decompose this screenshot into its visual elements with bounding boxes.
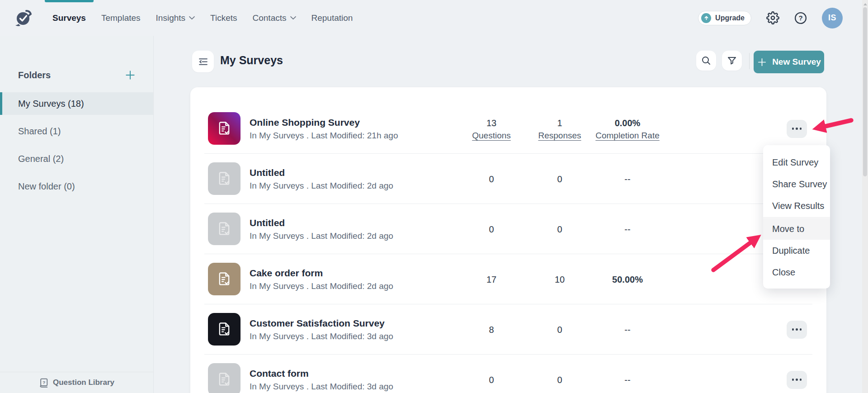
survey-row[interactable]: Contact form In My Surveys . Last Modifi… <box>190 355 826 393</box>
sidebar-item-my-surveys-18[interactable]: My Surveys (18) <box>0 92 153 115</box>
survey-title[interactable]: Cake order form <box>250 267 393 279</box>
survey-text: Contact form In My Surveys . Last Modifi… <box>250 367 393 393</box>
sidebar-item-shared-1[interactable]: Shared (1) <box>0 120 153 142</box>
questions-count: 0 <box>489 374 494 386</box>
menu-item-move-to[interactable]: Move to <box>763 218 830 240</box>
questions-label[interactable]: Questions <box>472 131 511 141</box>
folder-item-label: Shared (1) <box>18 126 61 137</box>
settings-gear-icon[interactable] <box>766 11 779 24</box>
survey-row[interactable]: Online Shopping Survey In My Surveys . L… <box>190 104 826 154</box>
completion-stat: 0.00% Completion Rate <box>591 104 664 154</box>
questions-stat: 0 <box>455 204 528 254</box>
responses-stat: 0 <box>524 304 596 355</box>
completion-rate: 50.00% <box>612 274 643 285</box>
menu-item-share-survey[interactable]: Share Survey <box>763 173 830 195</box>
completion-stat: -- <box>591 154 664 204</box>
nav-item-surveys[interactable]: Surveys <box>45 0 94 36</box>
scrollbar-thumb[interactable] <box>863 7 867 176</box>
menu-item-duplicate[interactable]: Duplicate <box>763 240 830 261</box>
survey-doc-icon <box>216 271 232 287</box>
menu-item-close[interactable]: Close <box>763 261 830 283</box>
menu-item-edit-survey[interactable]: Edit Survey <box>763 152 830 173</box>
help-icon[interactable]: ? <box>794 12 807 24</box>
survey-text: Untitled In My Surveys . Last Modified: … <box>250 166 393 192</box>
survey-meta: In My Surveys . Last Modified: 3d ago <box>250 331 393 342</box>
folders-sidebar: Folders My Surveys (18) Shared (1) Gener… <box>0 36 154 393</box>
context-menu-divider <box>763 217 830 218</box>
folders-title: Folders <box>18 70 51 80</box>
completion-rate: -- <box>624 173 630 185</box>
scrollbar-up-arrow[interactable] <box>863 1 867 5</box>
survey-title[interactable]: Customer Satisfaction Survey <box>250 317 393 330</box>
nav-item-templates[interactable]: Templates <box>94 0 148 36</box>
survey-row[interactable]: Customer Satisfaction Survey In My Surve… <box>190 304 826 355</box>
responses-stat: 10 <box>524 254 596 304</box>
completion-label[interactable]: Completion Rate <box>595 131 660 141</box>
nav-item-contacts[interactable]: Contacts <box>245 0 304 36</box>
completion-stat: -- <box>591 355 664 393</box>
top-navigation: Surveys Templates Insights Tickets Conta… <box>0 0 868 36</box>
nav-item-tickets[interactable]: Tickets <box>203 0 245 36</box>
nav-item-label: Reputation <box>311 14 353 22</box>
survey-row[interactable]: Untitled In My Surveys . Last Modified: … <box>190 154 826 204</box>
collapse-panel-icon <box>198 56 209 67</box>
more-options-button[interactable] <box>787 321 807 339</box>
responses-stat: 0 <box>524 355 596 393</box>
nav-right: Upgrade ? IS <box>698 0 843 36</box>
survey-doc-icon <box>216 321 232 337</box>
survey-context-menu: Edit SurveyShare SurveyView Results Move… <box>763 145 830 289</box>
collapse-sidebar-button[interactable] <box>192 51 214 72</box>
page-scrollbar[interactable] <box>862 0 868 393</box>
survey-thumbnail <box>208 213 241 245</box>
more-options-button[interactable] <box>787 371 807 389</box>
folders-header: Folders <box>0 36 153 81</box>
avatar-initials: IS <box>828 13 836 23</box>
filter-button[interactable] <box>722 51 742 71</box>
nav-item-reputation[interactable]: Reputation <box>304 0 361 36</box>
survey-row[interactable]: Untitled In My Surveys . Last Modified: … <box>190 204 826 254</box>
survey-text: Untitled In My Surveys . Last Modified: … <box>250 217 393 242</box>
survey-text: Customer Satisfaction Survey In My Surve… <box>250 317 393 342</box>
upgrade-label: Upgrade <box>715 14 745 22</box>
survey-meta: In My Surveys . Last Modified: 21h ago <box>250 130 398 142</box>
page-title: My Surveys <box>220 54 283 67</box>
survey-title[interactable]: Online Shopping Survey <box>250 116 398 129</box>
survey-thumbnail <box>208 162 241 195</box>
completion-stat: 50.00% <box>591 254 664 304</box>
survey-meta: In My Surveys . Last Modified: 2d ago <box>250 280 393 292</box>
menu-item-view-results[interactable]: View Results <box>763 195 830 217</box>
new-survey-label: New Survey <box>772 57 821 67</box>
question-library-button[interactable]: ? Question Library <box>0 372 153 393</box>
survey-text: Cake order form In My Surveys . Last Mod… <box>250 267 393 292</box>
responses-stat: 0 <box>524 204 596 254</box>
sidebar-item-general-2[interactable]: General (2) <box>0 147 153 170</box>
nav-item-label: Contacts <box>253 14 287 22</box>
questions-stat: 0 <box>455 154 528 204</box>
add-folder-button[interactable] <box>124 69 136 81</box>
nav-item-label: Surveys <box>52 14 86 22</box>
survey-title[interactable]: Untitled <box>250 166 393 179</box>
survey-title[interactable]: Contact form <box>250 367 393 380</box>
survey-title[interactable]: Untitled <box>250 217 393 229</box>
responses-label[interactable]: Responses <box>538 131 581 141</box>
chevron-down-icon <box>290 16 296 20</box>
survey-doc-icon <box>216 221 232 237</box>
questions-stat: 8 <box>455 304 528 355</box>
upgrade-button[interactable]: Upgrade <box>698 11 751 25</box>
more-options-button[interactable] <box>787 120 807 138</box>
search-button[interactable] <box>696 51 716 71</box>
sidebar-item-new-folder-0[interactable]: New folder (0) <box>0 175 153 198</box>
survey-thumbnail <box>208 112 241 145</box>
chevron-down-icon <box>189 16 195 20</box>
survey-row[interactable]: Cake order form In My Surveys . Last Mod… <box>190 254 826 304</box>
app-logo-icon[interactable] <box>14 8 33 27</box>
upgrade-arrow-icon <box>701 13 711 23</box>
folder-list: My Surveys (18) Shared (1) General (2) N… <box>0 92 153 198</box>
survey-meta: In My Surveys . Last Modified: 3d ago <box>250 381 393 393</box>
user-avatar[interactable]: IS <box>822 8 843 28</box>
folder-item-label: New folder (0) <box>18 181 75 192</box>
nav-item-insights[interactable]: Insights <box>148 0 203 36</box>
new-survey-button[interactable]: New Survey <box>754 51 824 73</box>
svg-text:?: ? <box>42 379 45 384</box>
survey-list: Online Shopping Survey In My Surveys . L… <box>190 87 826 393</box>
